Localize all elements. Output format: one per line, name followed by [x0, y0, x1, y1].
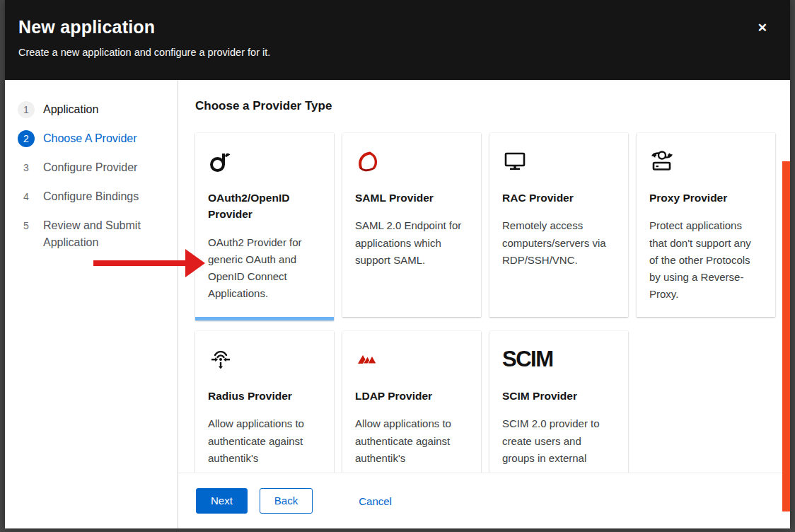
scim-logo-text: SCIM: [502, 347, 553, 371]
card-title: SAML Provider: [355, 190, 468, 206]
step-number-badge: 3: [18, 159, 35, 176]
card-description: Protect applications that don't support …: [649, 217, 762, 303]
provider-card-ldap[interactable]: LDAP Provider Allow applications to auth…: [342, 331, 481, 473]
modal-header: New application Create a new application…: [5, 0, 790, 80]
card-title: OAuth2/OpenID Provider: [208, 190, 321, 223]
proxy-exchange-icon: [649, 149, 762, 174]
scrollbar[interactable]: [782, 161, 790, 511]
cancel-button[interactable]: Cancel: [356, 490, 395, 513]
provider-card-radius[interactable]: Radius Provider Allow applications to au…: [195, 331, 334, 473]
provider-card-rac[interactable]: RAC Provider Remotely access computers/s…: [489, 133, 628, 317]
step-label: Application: [43, 101, 98, 118]
ldap-mountains-logo-icon: [355, 347, 468, 372]
provider-card-proxy[interactable]: Proxy Provider Protect applications that…: [637, 133, 775, 317]
step-number-badge: 5: [18, 217, 35, 234]
card-description: Allow applications to authenticate again…: [208, 415, 321, 467]
step-number-badge: 1: [18, 101, 35, 118]
provider-card-oauth2-openid[interactable]: OAuth2/OpenID Provider OAuth2 Provider f…: [195, 133, 334, 320]
card-description: Remotely access computers/servers via RD…: [502, 217, 615, 269]
wizard-step-configure-provider[interactable]: 3 Configure Provider: [18, 159, 170, 176]
modal-subtitle: Create a new application and configure a…: [18, 47, 770, 58]
saml-logo-icon: [355, 149, 468, 174]
close-icon[interactable]: ✕: [755, 19, 770, 37]
wizard-step-choose-a-provider[interactable]: 2 Choose A Provider: [18, 130, 170, 147]
card-title: Proxy Provider: [649, 190, 762, 206]
card-description: SCIM 2.0 provider to create users and gr…: [502, 415, 615, 467]
radius-signal-icon: [208, 347, 321, 372]
card-title: RAC Provider: [502, 190, 615, 206]
step-label: Configure Provider: [43, 159, 137, 176]
modal-body: 1 Application 2 Choose A Provider 3 Conf…: [5, 80, 790, 528]
provider-card-saml[interactable]: SAML Provider SAML 2.0 Endpoint for appl…: [342, 133, 481, 317]
new-application-wizard-modal: New application Create a new application…: [5, 0, 790, 528]
page-title: Choose a Provider Type: [195, 99, 773, 113]
card-title: SCIM Provider: [502, 388, 615, 404]
card-title: Radius Provider: [208, 388, 321, 404]
provider-card-scim[interactable]: SCIM SCIM Provider SCIM 2.0 provider to …: [489, 331, 628, 473]
back-button[interactable]: Back: [260, 488, 313, 514]
monitor-icon: [502, 149, 615, 174]
card-description: Allow applications to authenticate again…: [355, 415, 468, 467]
provider-type-scroll-area[interactable]: Choose a Provider Type OAuth2/OpenID Pro…: [178, 80, 790, 473]
card-description: SAML 2.0 Endpoint for applications which…: [355, 217, 468, 269]
wizard-footer: Next Back Cancel: [178, 473, 790, 528]
step-number-badge: 4: [18, 188, 35, 205]
wizard-step-configure-bindings[interactable]: 4 Configure Bindings: [18, 188, 170, 205]
next-button[interactable]: Next: [196, 488, 248, 514]
step-number-badge: 2: [18, 130, 35, 147]
openid-logo-icon: [208, 149, 321, 174]
wizard-main-panel: Choose a Provider Type OAuth2/OpenID Pro…: [178, 80, 790, 528]
modal-title: New application: [18, 17, 770, 37]
wizard-steps-nav: 1 Application 2 Choose A Provider 3 Conf…: [5, 80, 178, 528]
card-title: LDAP Provider: [355, 388, 468, 404]
wizard-step-review-and-submit[interactable]: 5 Review and Submit Application: [18, 217, 170, 251]
step-label: Choose A Provider: [43, 130, 137, 147]
provider-card-grid: OAuth2/OpenID Provider OAuth2 Provider f…: [195, 133, 773, 473]
step-label: Configure Bindings: [43, 188, 139, 205]
wizard-step-application[interactable]: 1 Application: [18, 101, 170, 118]
scim-logo-icon: SCIM: [502, 347, 615, 372]
card-description: OAuth2 Provider for generic OAuth and Op…: [208, 234, 321, 303]
step-label: Review and Submit Application: [43, 217, 170, 251]
